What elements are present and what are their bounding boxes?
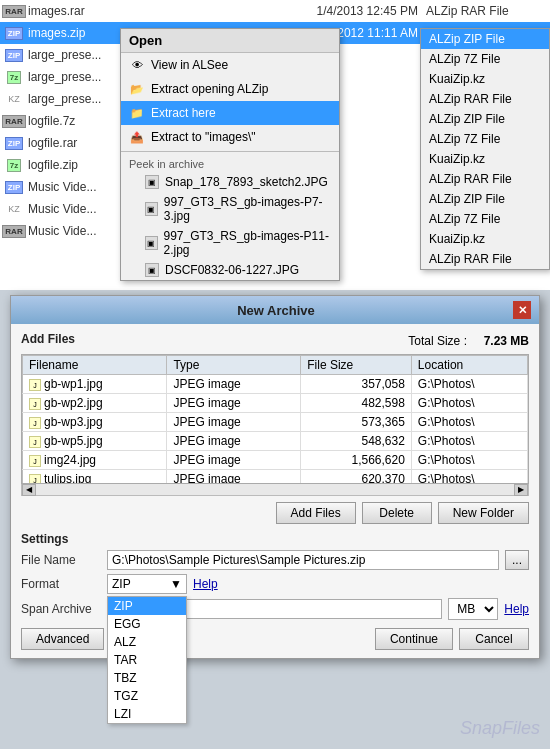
file-type-cell: JPEG image bbox=[173, 434, 240, 448]
ctx-header: Open bbox=[121, 29, 339, 53]
cancel-button[interactable]: Cancel bbox=[459, 628, 529, 650]
span-unit-select[interactable]: MB bbox=[448, 598, 498, 620]
settings-section: Settings File Name ... Format ZIP ▼ bbox=[21, 532, 529, 620]
file-icon-small: J bbox=[29, 436, 41, 448]
format-option[interactable]: TBZ bbox=[108, 669, 186, 687]
table-cell: G:\Photos\ bbox=[411, 394, 527, 413]
file-type-cell: JPEG image bbox=[173, 453, 240, 467]
table-cell: 482,598 bbox=[301, 394, 412, 413]
table-cell: JPEG image bbox=[167, 375, 301, 394]
table-row[interactable]: Jimg24.jpgJPEG image1,566,620G:\Photos\ bbox=[23, 451, 528, 470]
dialog-titlebar: New Archive ✕ bbox=[11, 296, 539, 324]
settings-grid: File Name ... Format ZIP ▼ ZIPEGGALZTART… bbox=[21, 550, 529, 620]
context-menu: Open👁View in ALSee📂Extract opening ALZip… bbox=[120, 28, 340, 281]
table-cell: JPEG image bbox=[167, 451, 301, 470]
type-list-item[interactable]: ALZip 7Z File bbox=[421, 49, 549, 69]
type-list-item[interactable]: ALZip ZIP File bbox=[421, 189, 549, 209]
scroll-track bbox=[36, 485, 514, 495]
type-list-item[interactable]: ALZip RAR File bbox=[421, 249, 549, 269]
subitem-icon: ▣ bbox=[145, 263, 159, 277]
ctx-subitem[interactable]: ▣Snap_178_7893_sketch2.JPG bbox=[121, 172, 339, 192]
type-list-item[interactable]: ALZip 7Z File bbox=[421, 209, 549, 229]
ctx-subitem[interactable]: ▣DSCF0832-06-1227.JPG bbox=[121, 260, 339, 280]
file-icon: ZIP bbox=[4, 135, 24, 151]
table-cell: JPEG image bbox=[167, 432, 301, 451]
file-location-cell: G:\Photos\ bbox=[418, 453, 475, 467]
format-label: Format bbox=[21, 577, 101, 591]
file-name: images.rar bbox=[28, 4, 286, 18]
format-option[interactable]: ALZ bbox=[108, 633, 186, 651]
ctx-item[interactable]: 📤Extract to "images\" bbox=[121, 125, 339, 149]
ctx-subitem[interactable]: ▣997_GT3_RS_gb-images-P11-2.jpg bbox=[121, 226, 339, 260]
table-cell: JPEG image bbox=[167, 413, 301, 432]
table-header-cell: Type bbox=[167, 356, 301, 375]
table-row[interactable]: Jgb-wp2.jpgJPEG image482,598G:\Photos\ bbox=[23, 394, 528, 413]
dialog-body: Add Files Total Size : 7.23 MB FilenameT… bbox=[11, 324, 539, 658]
subitem-label: Snap_178_7893_sketch2.JPG bbox=[165, 175, 328, 189]
delete-button[interactable]: Delete bbox=[362, 502, 432, 524]
table-cell: Jgb-wp3.jpg bbox=[23, 413, 167, 432]
type-list: ALZip ZIP FileALZip 7Z FileKuaiZip.kzALZ… bbox=[420, 28, 550, 270]
settings-header: Settings bbox=[21, 532, 529, 546]
format-dropdown-btn[interactable]: ZIP ▼ bbox=[107, 574, 187, 594]
table-cell: G:\Photos\ bbox=[411, 375, 527, 394]
continue-button[interactable]: Continue bbox=[375, 628, 453, 650]
file-location-cell: G:\Photos\ bbox=[418, 472, 475, 484]
table-cell: Jgb-wp2.jpg bbox=[23, 394, 167, 413]
add-files-button[interactable]: Add Files bbox=[276, 502, 356, 524]
table-cell: JPEG image bbox=[167, 470, 301, 485]
format-dropdown[interactable]: ZIP ▼ ZIPEGGALZTARTBZTGZLZI bbox=[107, 574, 187, 594]
type-list-item[interactable]: ALZip 7Z File bbox=[421, 129, 549, 149]
subitem-icon: ▣ bbox=[145, 202, 158, 216]
type-list-item[interactable]: ALZip RAR File bbox=[421, 89, 549, 109]
table-header-row: FilenameTypeFile SizeLocation bbox=[23, 356, 528, 375]
table-cell: Jimg24.jpg bbox=[23, 451, 167, 470]
new-folder-button[interactable]: New Folder bbox=[438, 502, 529, 524]
new-archive-dialog: New Archive ✕ Add Files Total Size : 7.2… bbox=[10, 295, 540, 659]
advanced-button[interactable]: Advanced bbox=[21, 628, 104, 650]
table-cell: 357,058 bbox=[301, 375, 412, 394]
file-list-section: RAR images.rar 1/4/2013 12:45 PM ALZip R… bbox=[0, 0, 550, 290]
type-list-item[interactable]: KuaiZip.kz bbox=[421, 229, 549, 249]
ctx-subitem[interactable]: ▣997_GT3_RS_gb-images-P7-3.jpg bbox=[121, 192, 339, 226]
table-cell: 1,566,620 bbox=[301, 451, 412, 470]
format-help-link[interactable]: Help bbox=[193, 577, 218, 591]
ctx-item-label: Extract here bbox=[151, 106, 216, 120]
span-help-link[interactable]: Help bbox=[504, 602, 529, 616]
table-row[interactable]: Jgb-wp5.jpgJPEG image548,632G:\Photos\ bbox=[23, 432, 528, 451]
type-list-item[interactable]: KuaiZip.kz bbox=[421, 149, 549, 169]
format-option[interactable]: EGG bbox=[108, 615, 186, 633]
table-header-cell: Filename bbox=[23, 356, 167, 375]
table-cell: Jgb-wp1.jpg bbox=[23, 375, 167, 394]
ctx-item[interactable]: 👁View in ALSee bbox=[121, 53, 339, 77]
file-icon: RAR bbox=[4, 113, 24, 129]
ctx-item[interactable]: 📁Extract here bbox=[121, 101, 339, 125]
filename-input[interactable] bbox=[107, 550, 499, 570]
type-list-item[interactable]: KuaiZip.kz bbox=[421, 69, 549, 89]
format-option[interactable]: TAR bbox=[108, 651, 186, 669]
file-size-cell: 548,632 bbox=[361, 434, 404, 448]
total-size-label: Total Size : bbox=[408, 334, 467, 348]
table-row[interactable]: Jgb-wp1.jpgJPEG image357,058G:\Photos\ bbox=[23, 375, 528, 394]
file-type-cell: JPEG image bbox=[173, 377, 240, 391]
type-list-item[interactable]: ALZip ZIP File bbox=[421, 29, 549, 49]
format-option[interactable]: TGZ bbox=[108, 687, 186, 705]
scroll-right-arrow[interactable]: ▶ bbox=[514, 484, 528, 496]
scroll-left-arrow[interactable]: ◀ bbox=[22, 484, 36, 496]
table-row[interactable]: Jtulips.jpgJPEG image620,370G:\Photos\ bbox=[23, 470, 528, 485]
ctx-item[interactable]: 📂Extract opening ALZip bbox=[121, 77, 339, 101]
file-icon-small: J bbox=[29, 474, 41, 484]
filename-row: ... bbox=[107, 550, 529, 570]
format-selected: ZIP bbox=[112, 577, 131, 591]
file-row[interactable]: RAR images.rar 1/4/2013 12:45 PM ALZip R… bbox=[0, 0, 550, 22]
table-row[interactable]: Jgb-wp3.jpgJPEG image573,365G:\Photos\ bbox=[23, 413, 528, 432]
format-option[interactable]: LZI bbox=[108, 705, 186, 723]
file-icon: 7z bbox=[4, 69, 24, 85]
table-cell: Jtulips.jpg bbox=[23, 470, 167, 485]
horizontal-scrollbar[interactable]: ◀ ▶ bbox=[21, 484, 529, 496]
type-list-item[interactable]: ALZip RAR File bbox=[421, 169, 549, 189]
browse-button[interactable]: ... bbox=[505, 550, 529, 570]
format-option[interactable]: ZIP bbox=[108, 597, 186, 615]
type-list-item[interactable]: ALZip ZIP File bbox=[421, 109, 549, 129]
dialog-close-button[interactable]: ✕ bbox=[513, 301, 531, 319]
